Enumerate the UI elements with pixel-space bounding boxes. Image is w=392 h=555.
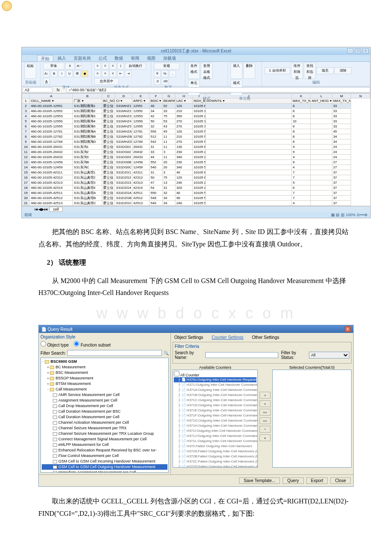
cell[interactable]: 230 bbox=[175, 150, 192, 155]
col-header[interactable]: D bbox=[115, 94, 132, 98]
cell[interactable]: 4 bbox=[291, 145, 310, 150]
cell[interactable]: 340 bbox=[175, 155, 192, 160]
cell[interactable] bbox=[205, 160, 291, 165]
cell[interactable]: 24 bbox=[332, 145, 351, 150]
cell[interactable]: 50 bbox=[150, 175, 162, 180]
cell[interactable]: 31 bbox=[162, 185, 175, 191]
counter-item[interactable]: ├ 📄 H371A:Outgoing Inter-Cell Handover C… bbox=[174, 387, 257, 393]
header-cell[interactable]: BSIC ▾ bbox=[150, 98, 162, 104]
cell[interactable]: 120 bbox=[175, 129, 192, 134]
cell[interactable]: 爱立信 bbox=[102, 201, 115, 206]
tab-counter-settings[interactable]: Counter Settings bbox=[210, 335, 245, 340]
cell[interactable]: 50 bbox=[150, 119, 162, 124]
cell[interactable]: 7 bbox=[291, 191, 310, 196]
counter-item[interactable]: ├ 📄 H371C:Outgoing Inter-Cell Handover C… bbox=[174, 398, 257, 403]
cell[interactable]: S31潮阳南海4 bbox=[73, 119, 102, 124]
tree-node[interactable]: Channel Activation Measurement per Cell bbox=[42, 420, 167, 425]
row-header[interactable]: 8 bbox=[22, 134, 30, 139]
close-button-footer[interactable]: Close bbox=[330, 477, 351, 484]
cell[interactable] bbox=[205, 129, 291, 134]
insert-button[interactable]: 插入 bbox=[231, 63, 242, 79]
tab-layout[interactable]: 页面布局 bbox=[70, 55, 94, 61]
header-cell[interactable]: CI ▾ bbox=[115, 98, 132, 104]
cell[interactable]: 爱立信 bbox=[102, 150, 115, 155]
measurement-tree[interactable]: -BSC6900 GSM+BC Measurement+BSC Measurem… bbox=[40, 358, 169, 473]
cell[interactable]: 340 bbox=[175, 165, 192, 170]
cell[interactable]: 320 bbox=[175, 185, 192, 191]
cell[interactable]: 6 bbox=[291, 185, 310, 191]
cell[interactable]: 20 bbox=[162, 165, 175, 170]
tree-node[interactable]: Assignment Measurement per Cell bbox=[42, 398, 167, 403]
cell[interactable] bbox=[311, 185, 332, 191]
header-cell[interactable]: MAX_TX_NTI ▾ bbox=[291, 98, 310, 104]
cell[interactable] bbox=[205, 109, 291, 114]
tab-other-settings[interactable]: Other Settings bbox=[250, 335, 281, 340]
cell[interactable]: 爱立信 bbox=[102, 139, 115, 145]
cell[interactable]: 20432 bbox=[132, 150, 149, 155]
cell[interactable]: S31东沟3 bbox=[73, 155, 102, 160]
row-header[interactable]: 10 bbox=[22, 145, 30, 150]
query-button[interactable]: Query bbox=[282, 477, 303, 484]
cell[interactable] bbox=[311, 134, 332, 139]
tree-node[interactable]: eMLPP Measurement for Cell bbox=[42, 442, 167, 448]
counter-item[interactable]: ├ 📄 H372:Failed Outgoing Inter-Cell Hand… bbox=[174, 444, 257, 449]
cell[interactable]: S31东山真馆B bbox=[73, 196, 102, 201]
cell[interactable]: 10105 523 540 575 586 613 623 634 527 bbox=[193, 201, 205, 206]
col-header[interactable]: F bbox=[150, 94, 162, 98]
tree-node[interactable]: Enhanced Relocation Request Received by … bbox=[42, 448, 167, 453]
counter-item[interactable]: ├ 📄 H371B:Outgoing Inter-Cell Handover C… bbox=[174, 393, 257, 398]
cell[interactable]: 爱立信 bbox=[102, 124, 115, 129]
row-header[interactable]: 19 bbox=[22, 191, 30, 196]
cell[interactable]: 460-00-10105-20432 bbox=[30, 150, 73, 155]
search-name-input[interactable] bbox=[205, 352, 278, 358]
counter-item[interactable]: ├ 📄 H372B:Failed Outgoing Inter-Cell Han… bbox=[174, 454, 257, 459]
cell[interactable]: 33 bbox=[332, 119, 351, 124]
cell[interactable]: 34 bbox=[332, 139, 351, 145]
cell[interactable]: 542 bbox=[150, 139, 162, 145]
cell[interactable]: 75 bbox=[162, 175, 175, 180]
cell[interactable]: S31东山真馆A bbox=[73, 191, 102, 196]
row-header[interactable]: 7 bbox=[22, 129, 30, 134]
cell[interactable]: 5 bbox=[291, 180, 310, 185]
cell[interactable]: 460-00-10105-12782 bbox=[30, 134, 73, 139]
cell[interactable]: 10105 23 32 71 85 19 15 bbox=[193, 114, 205, 119]
row-header[interactable]: 15 bbox=[22, 170, 30, 175]
cell[interactable]: 4 bbox=[291, 165, 310, 170]
cell[interactable]: 512 bbox=[150, 134, 162, 139]
cell[interactable]: 43 bbox=[162, 124, 175, 129]
header-cell[interactable]: MAX_TX_N ▾ bbox=[332, 98, 351, 104]
cell[interactable]: 42311 bbox=[132, 170, 149, 175]
cell[interactable]: 10105 540 559 566 574 620 625 537 589 bbox=[193, 165, 205, 170]
cell[interactable]: 120 bbox=[175, 104, 192, 109]
row-header[interactable]: 1 bbox=[22, 98, 30, 104]
font-color-icon[interactable]: A bbox=[43, 78, 50, 85]
minimize-button[interactable]: – bbox=[347, 48, 353, 53]
paste-button[interactable]: 粘贴 bbox=[24, 63, 36, 79]
indent-inc-icon[interactable]: ⇥ bbox=[125, 70, 132, 77]
cell[interactable]: 爱立信 bbox=[102, 165, 115, 170]
col-header[interactable]: L bbox=[311, 94, 332, 98]
row-header[interactable]: 14 bbox=[22, 165, 30, 170]
cell[interactable]: 11 bbox=[162, 139, 175, 145]
col-header[interactable]: B bbox=[73, 94, 102, 98]
cell[interactable] bbox=[205, 134, 291, 139]
bold-button[interactable]: B bbox=[51, 70, 58, 77]
comma-icon[interactable]: , bbox=[169, 70, 176, 77]
tree-node[interactable]: +BTSM Measurement bbox=[42, 381, 167, 387]
cell[interactable]: 460-00-10105-42513 bbox=[30, 201, 73, 206]
move-left-button[interactable]: < bbox=[259, 400, 271, 407]
cell[interactable]: 爱立信 bbox=[102, 104, 115, 109]
cell[interactable]: 11 bbox=[162, 134, 175, 139]
cell[interactable] bbox=[205, 114, 291, 119]
cell[interactable]: 460-00-10105-12952 bbox=[30, 109, 73, 114]
cell[interactable]: 32 bbox=[162, 191, 175, 196]
cell[interactable]: 10105 25 47 13 90 bbox=[193, 180, 205, 185]
cell[interactable]: 10105 8 31 18 91 bbox=[193, 145, 205, 150]
tree-node[interactable]: Call Drop Measurement per Cell bbox=[42, 403, 167, 409]
name-box[interactable]: A2 bbox=[23, 87, 52, 92]
cell[interactable]: 10105 525 550 555 559 565 535 bbox=[193, 191, 205, 196]
col-header[interactable]: E bbox=[132, 94, 149, 98]
cell[interactable]: 8 bbox=[291, 109, 310, 114]
cell[interactable]: 7 bbox=[291, 196, 310, 201]
cell[interactable]: 240 bbox=[175, 180, 192, 185]
